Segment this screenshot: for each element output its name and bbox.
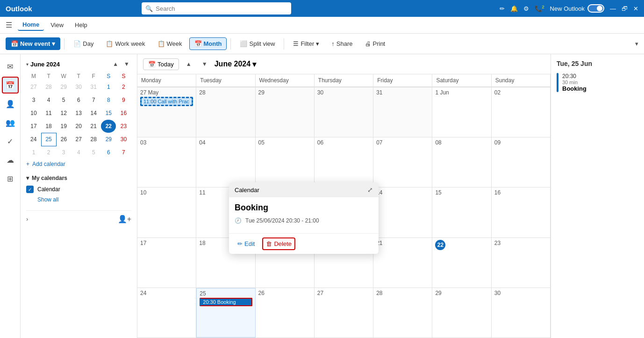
mini-day[interactable]: 29 bbox=[101, 133, 116, 146]
mini-day[interactable]: 2 bbox=[116, 80, 131, 93]
mini-day[interactable]: 17 bbox=[26, 120, 41, 133]
mini-day[interactable]: 3 bbox=[56, 146, 71, 159]
print-button[interactable]: 🖨 Print bbox=[360, 37, 391, 50]
mini-day[interactable]: 14 bbox=[86, 107, 101, 120]
close-btn[interactable]: ✕ bbox=[633, 5, 638, 12]
mini-day[interactable]: 6 bbox=[101, 146, 116, 159]
calendar-day-02[interactable]: 02 bbox=[492, 87, 551, 137]
calendar-day-21[interactable]: 21 bbox=[373, 238, 432, 288]
mini-day[interactable]: 7 bbox=[86, 93, 101, 107]
filter-button[interactable]: ☰ Filter ▾ bbox=[288, 37, 324, 50]
delete-button[interactable]: 🗑 Delete bbox=[262, 237, 295, 250]
mini-day[interactable]: 30 bbox=[71, 80, 86, 93]
calendar-item[interactable]: ✓ Calendar bbox=[26, 184, 131, 194]
calendar-day-04[interactable]: 04 bbox=[196, 137, 255, 187]
calendar-day-05[interactable]: 05 bbox=[256, 137, 315, 187]
mini-day[interactable]: 4 bbox=[71, 146, 86, 159]
calendar-day-14[interactable]: 14 bbox=[373, 187, 432, 237]
new-event-button[interactable]: 📅 New event ▾ bbox=[6, 37, 60, 50]
new-event-caret[interactable]: ▾ bbox=[52, 40, 55, 47]
calendar-day-10[interactable]: 10 bbox=[137, 187, 196, 237]
calendar-day-26[interactable]: 26 bbox=[256, 288, 315, 338]
mini-day[interactable]: 7 bbox=[116, 146, 131, 159]
split-view-button[interactable]: ⬜ Split view bbox=[235, 37, 280, 50]
calendar-day-17[interactable]: 17 bbox=[137, 238, 196, 288]
mini-day[interactable]: 30 bbox=[116, 133, 131, 146]
view-day-button[interactable]: 📄 Day bbox=[68, 37, 99, 50]
calendar-day-23[interactable]: 23 bbox=[492, 238, 551, 288]
mini-day[interactable]: 31 bbox=[86, 80, 101, 93]
compose-icon[interactable]: ✏ bbox=[500, 5, 505, 12]
mini-day[interactable]: 8 bbox=[101, 93, 116, 107]
calendar-day-30[interactable]: 30 bbox=[315, 87, 373, 137]
nav-groups[interactable]: 👥 bbox=[2, 114, 19, 131]
calendar-day-29b[interactable]: 29 bbox=[432, 288, 491, 338]
calendar-day-1jun[interactable]: 1 Jun bbox=[432, 87, 491, 137]
bell-icon[interactable]: 🔔 bbox=[510, 5, 518, 12]
calendar-day-27may[interactable]: 27 May 11:00 Call with Prac bbox=[137, 87, 196, 137]
mini-day[interactable]: 1 bbox=[101, 80, 116, 93]
mini-day[interactable]: 27 bbox=[26, 80, 41, 93]
edit-button[interactable]: ✏ Edit bbox=[235, 238, 258, 249]
panel-expand-icon[interactable]: › bbox=[26, 216, 28, 223]
calendar-day-03[interactable]: 03 bbox=[137, 137, 196, 187]
settings-icon[interactable]: ⚙ bbox=[523, 5, 529, 12]
mini-cal-prev[interactable]: ▲ bbox=[111, 60, 120, 68]
mini-day[interactable]: 27 bbox=[71, 133, 86, 146]
mini-day-today[interactable]: 22 bbox=[101, 120, 116, 133]
mini-day[interactable]: 15 bbox=[101, 107, 116, 120]
mini-day[interactable]: 5 bbox=[56, 93, 71, 107]
calendar-event[interactable]: 11:00 Call with Prac bbox=[140, 97, 193, 106]
calendar-checkbox[interactable]: ✓ bbox=[26, 186, 34, 193]
share-button[interactable]: ↑ Share bbox=[326, 37, 358, 50]
calendar-day-15[interactable]: 15 bbox=[432, 187, 491, 237]
my-calendars-section[interactable]: ▾ My calendars bbox=[26, 175, 131, 181]
nav-tasks[interactable]: ✓ bbox=[2, 133, 19, 150]
mini-day[interactable]: 18 bbox=[41, 120, 56, 133]
mini-day[interactable]: 10 bbox=[26, 107, 41, 120]
maximize-btn[interactable]: 🗗 bbox=[622, 5, 628, 12]
calendar-day-09[interactable]: 09 bbox=[492, 137, 551, 187]
mini-day[interactable]: 2 bbox=[41, 146, 56, 159]
calendar-day-24[interactable]: 24 bbox=[137, 288, 196, 338]
view-month-button[interactable]: 📅 Month bbox=[189, 37, 227, 50]
mini-day[interactable]: 26 bbox=[56, 133, 71, 146]
search-bar[interactable]: 🔍 bbox=[142, 2, 291, 14]
mini-day[interactable]: 20 bbox=[71, 120, 86, 133]
nav-calendar[interactable]: 📅 bbox=[2, 77, 19, 93]
phone-icon[interactable]: 📞2 bbox=[535, 5, 544, 12]
toggle-pill[interactable] bbox=[587, 4, 604, 13]
hamburger-icon[interactable]: ☰ bbox=[6, 21, 12, 29]
menu-view[interactable]: View bbox=[46, 20, 68, 30]
mini-day[interactable]: 28 bbox=[86, 133, 101, 146]
mini-day[interactable]: 12 bbox=[56, 107, 71, 120]
add-calendar-btn[interactable]: + Add calendar bbox=[26, 159, 131, 169]
view-workweek-button[interactable]: 📋 Work week bbox=[100, 37, 150, 50]
mini-day[interactable]: 4 bbox=[41, 93, 56, 107]
mini-day[interactable]: 5 bbox=[86, 146, 101, 159]
calendar-day-29[interactable]: 29 bbox=[256, 87, 315, 137]
calendar-month-title[interactable]: June 2024 ▾ bbox=[215, 60, 256, 69]
mini-day[interactable]: 9 bbox=[116, 93, 131, 107]
nav-people[interactable]: 👤 bbox=[2, 95, 19, 112]
search-input[interactable] bbox=[156, 5, 287, 12]
calendar-day-06[interactable]: 06 bbox=[315, 137, 373, 187]
calendar-day-28b[interactable]: 28 bbox=[373, 288, 432, 338]
mini-cal-next[interactable]: ▼ bbox=[122, 60, 131, 68]
mini-day[interactable]: 6 bbox=[71, 93, 86, 107]
mini-day[interactable]: 23 bbox=[116, 120, 131, 133]
nav-mail[interactable]: ✉ bbox=[2, 58, 19, 75]
calendar-day-22-today[interactable]: 22 bbox=[432, 238, 491, 288]
calendar-day-25[interactable]: 25 20:30 Booking bbox=[196, 288, 255, 338]
calendar-day-27b[interactable]: 27 bbox=[315, 288, 373, 338]
calendar-day-30[interactable]: 30 bbox=[492, 288, 551, 338]
mini-cal-collapse[interactable]: ▾ bbox=[26, 62, 29, 67]
event-popup[interactable]: Calendar ⤢ Booking 🕗 Tue 25/06/2024 20:3… bbox=[229, 182, 379, 254]
popup-expand-btn[interactable]: ⤢ bbox=[367, 186, 373, 194]
mini-day[interactable]: 13 bbox=[71, 107, 86, 120]
mini-day[interactable]: 29 bbox=[56, 80, 71, 93]
menu-home[interactable]: Home bbox=[18, 19, 44, 31]
today-button[interactable]: 📅 Today bbox=[143, 58, 179, 70]
mini-day[interactable]: 1 bbox=[26, 146, 41, 159]
mini-day[interactable]: 19 bbox=[56, 120, 71, 133]
